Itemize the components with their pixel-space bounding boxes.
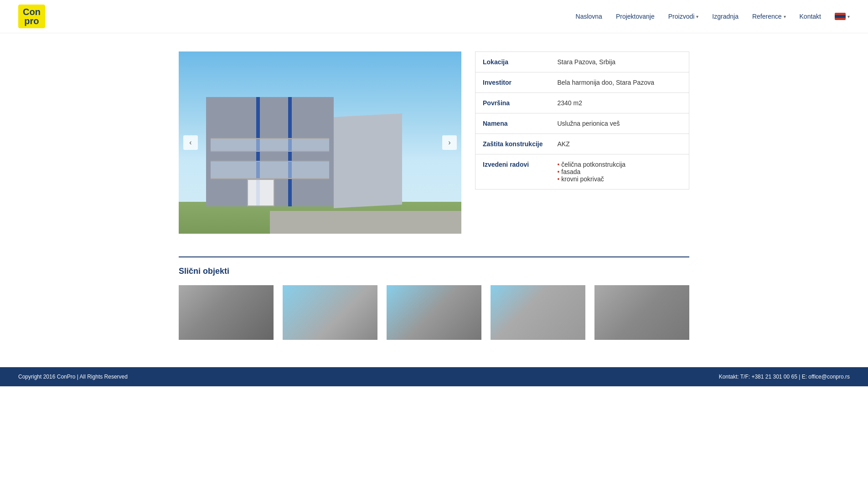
value-zastita: AKZ (550, 134, 689, 154)
main-content: ‹ › Lokacija Stara Pazova, Srbija Invest… (160, 51, 708, 340)
carousel-prev-button[interactable]: ‹ (183, 135, 198, 150)
similar-item-2[interactable] (283, 285, 377, 340)
road (270, 211, 461, 234)
carousel-next-button[interactable]: › (442, 135, 457, 150)
window-row-lower (211, 161, 329, 179)
nav-naslovna[interactable]: Naslovna (576, 13, 602, 20)
label-investitor: Investitor (475, 72, 550, 93)
footer-copyright: Copyright 2016 ConPro | All Rights Reser… (18, 374, 128, 380)
table-row: Investitor Bela harmonija doo, Stara Paz… (475, 72, 689, 93)
header: Con pro Naslovna Projektovanje Proizvodi… (0, 0, 868, 33)
thumb-5-inner (594, 285, 689, 340)
logo-bottom: pro (24, 16, 39, 26)
value-izvedeni: čelična potkonstrukcija fasada krovni po… (550, 154, 689, 190)
thumb-4-inner (491, 285, 585, 340)
nav-reference[interactable]: Reference ▾ (752, 13, 786, 20)
nav-kontakt[interactable]: Kontakt (800, 13, 821, 20)
nav-projektovanje[interactable]: Projektovanje (616, 13, 655, 20)
footer: Copyright 2016 ConPro | All Rights Reser… (0, 367, 868, 386)
building-side (334, 113, 402, 208)
list-item: čelična potkonstrukcija (558, 161, 682, 168)
image-carousel: ‹ › (179, 51, 461, 234)
main-nav: Naslovna Projektovanje Proizvodi ▾ Izgra… (576, 13, 850, 20)
similar-title: Slični objekti (179, 266, 689, 276)
chevron-down-icon: ▾ (696, 14, 698, 19)
nav-proizvodi[interactable]: Proizvodi ▾ (668, 13, 699, 20)
flag-icon (835, 13, 846, 20)
project-info-table: Lokacija Stara Pazova, Srbija Investitor… (475, 51, 689, 190)
list-item: fasada (558, 168, 682, 175)
nav-language[interactable]: ▾ (835, 13, 850, 20)
table-row: Površina 2340 m2 (475, 93, 689, 113)
value-povrsina: 2340 m2 (550, 93, 689, 113)
thumb-2-inner (283, 285, 377, 340)
similar-grid (179, 285, 689, 340)
works-list: čelična potkonstrukcija fasada krovni po… (558, 161, 682, 183)
label-lokacija: Lokacija (475, 52, 550, 72)
similar-section: Slični objekti (179, 256, 689, 340)
similar-item-4[interactable] (491, 285, 585, 340)
similar-item-5[interactable] (594, 285, 689, 340)
logo[interactable]: Con pro (18, 5, 45, 28)
similar-item-1[interactable] (179, 285, 274, 340)
table-row: Izvedeni radovi čelična potkonstrukcija … (475, 154, 689, 190)
window-row-upper (211, 138, 329, 152)
chevron-down-icon-2: ▾ (784, 14, 786, 19)
nav-izgradnja[interactable]: Izgradnja (712, 13, 739, 20)
value-investitor: Bela harmonija doo, Stara Pazova (550, 72, 689, 93)
similar-item-3[interactable] (387, 285, 481, 340)
label-povrsina: Površina (475, 93, 550, 113)
list-item: krovni pokrivač (558, 175, 682, 183)
building-column-2 (288, 97, 292, 206)
thumb-1-inner (179, 285, 274, 340)
table-row: Lokacija Stara Pazova, Srbija (475, 52, 689, 72)
value-lokacija: Stara Pazova, Srbija (550, 52, 689, 72)
label-izvedeni: Izvedeni radovi (475, 154, 550, 190)
chevron-down-icon-3: ▾ (847, 14, 850, 19)
label-namena: Namena (475, 113, 550, 134)
label-zastita: Zaštita konstrukcije (475, 134, 550, 154)
thumb-3-inner (387, 285, 481, 340)
footer-contact: Kontakt: T/F: +381 21 301 00 65 | E: off… (719, 374, 850, 380)
carousel-image (179, 51, 461, 234)
project-section: ‹ › Lokacija Stara Pazova, Srbija Invest… (179, 51, 689, 234)
value-namena: Uslužna perionica veš (550, 113, 689, 134)
logo-top: Con (23, 7, 41, 16)
table-row: Namena Uslužna perionica veš (475, 113, 689, 134)
door (247, 179, 274, 206)
table-row: Zaštita konstrukcije AKZ (475, 134, 689, 154)
